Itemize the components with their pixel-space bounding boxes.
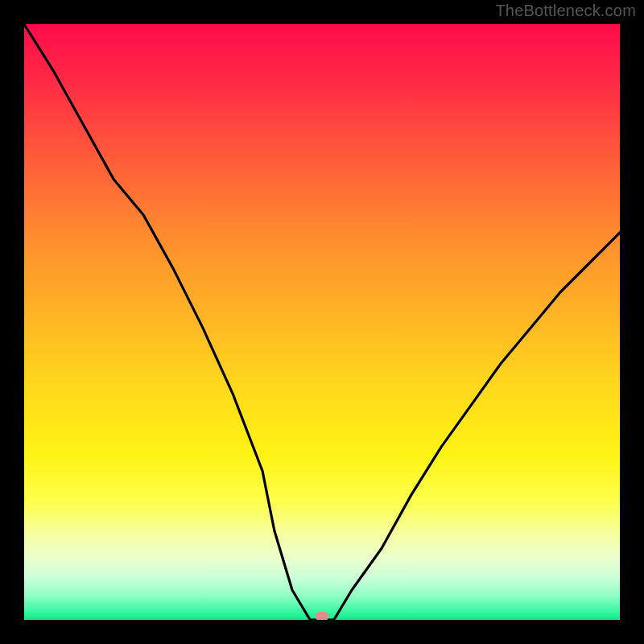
watermark-text: TheBottleneck.com [495, 2, 636, 20]
bottleneck-curve [24, 24, 620, 620]
optimal-point-marker [316, 612, 328, 620]
plot-area [24, 24, 620, 620]
curve-layer [24, 24, 620, 620]
chart-frame: TheBottleneck.com [0, 0, 644, 644]
